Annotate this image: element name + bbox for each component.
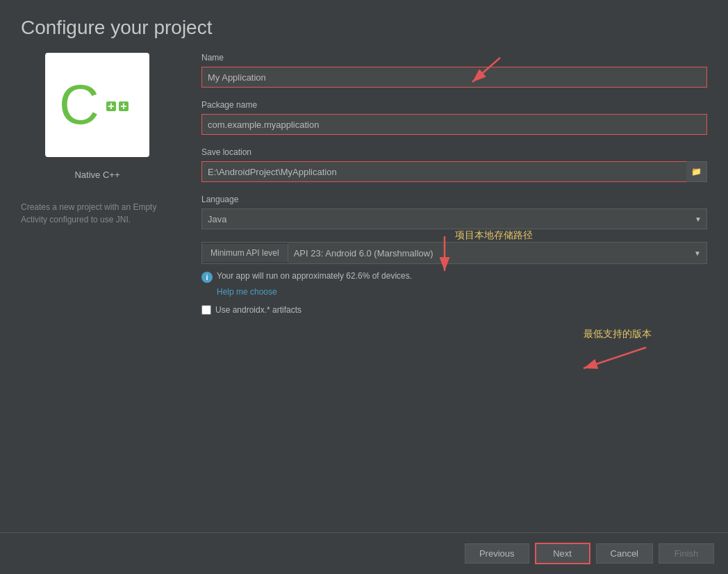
save-location-group: Save location 📁 <box>201 147 707 182</box>
cancel-button[interactable]: Cancel <box>596 543 653 564</box>
api-percent: 62.6% <box>346 271 370 281</box>
androidx-checkbox[interactable] <box>201 305 211 315</box>
name-arrow-svg <box>458 54 514 89</box>
language-select[interactable]: Java Kotlin <box>201 208 707 229</box>
template-label: Native C++ <box>74 170 119 180</box>
save-location-input[interactable] <box>201 161 686 182</box>
language-label: Language <box>201 195 707 204</box>
svg-line-1 <box>472 58 500 82</box>
api-level-label: Minimum API level <box>202 244 288 262</box>
plus-cell-2: + <box>119 101 129 111</box>
min-api-annotation-text: 最低支持的版本 <box>584 328 652 341</box>
name-group: Name <box>201 53 707 88</box>
bottom-bar: Previous Next Cancel Finish <box>0 532 728 574</box>
language-group: Language Java Kotlin ▼ <box>201 195 707 229</box>
page-title: Configure your project <box>0 0 728 53</box>
left-panel: C + + Native C++ Creates a new project w… <box>21 53 174 315</box>
api-info-prefix: Your app will run on approximately <box>217 271 346 281</box>
name-annotation <box>458 54 514 92</box>
language-select-wrapper: Java Kotlin ▼ <box>201 208 707 229</box>
cpp-logo: C + + <box>59 74 135 136</box>
min-api-annotation: 最低支持的版本 <box>563 341 667 378</box>
save-location-label: Save location <box>201 147 707 157</box>
save-location-input-row: 📁 <box>201 161 707 182</box>
package-label: Package name <box>201 100 707 110</box>
folder-icon: 📁 <box>691 167 702 177</box>
name-input[interactable] <box>201 67 707 88</box>
save-annotation-text: 项目本地存储路径 <box>455 229 533 242</box>
api-info-suffix: of devices. <box>370 271 412 281</box>
template-icon: C + + <box>45 53 149 157</box>
package-group: Package name <box>201 100 707 135</box>
info-icon: i <box>201 272 213 283</box>
package-input[interactable] <box>201 114 707 135</box>
plus-cell-1: + <box>106 101 116 111</box>
cpp-c-letter: C <box>59 77 99 133</box>
svg-line-5 <box>584 347 646 368</box>
androidx-checkbox-row: Use androidx.* artifacts <box>201 305 707 315</box>
browse-button[interactable]: 📁 <box>686 161 707 182</box>
save-annotation: 项目本地存储路径 <box>431 229 570 281</box>
androidx-label: Use androidx.* artifacts <box>215 305 301 315</box>
name-label: Name <box>201 53 707 63</box>
cpp-plus-signs: + + <box>106 101 129 111</box>
finish-button[interactable]: Finish <box>659 543 714 564</box>
api-info-text: Your app will run on approximately 62.6%… <box>217 271 412 281</box>
project-description: Creates a new project with an Empty Acti… <box>21 201 174 226</box>
previous-button[interactable]: Previous <box>465 543 529 564</box>
next-button[interactable]: Next <box>535 543 590 564</box>
help-link[interactable]: Help me choose <box>217 287 707 297</box>
min-api-arrow-svg <box>563 341 667 375</box>
